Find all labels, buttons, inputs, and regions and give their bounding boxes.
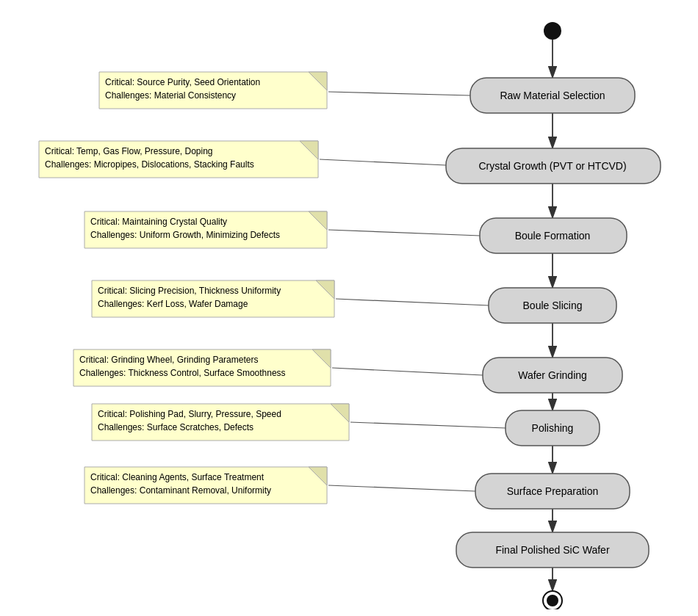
node-boule-slicing-label: Boule Slicing (523, 300, 583, 311)
connector-note-boule (328, 230, 480, 236)
note-boule-line1: Critical: Maintaining Crystal Quality (90, 217, 227, 227)
diagram-container: Raw Material Selection Crystal Growth (P… (18, 7, 680, 609)
note-surface-line2: Challenges: Contaminant Removal, Uniform… (90, 485, 271, 496)
connector-note-slicing (336, 299, 489, 305)
note-raw-line1: Critical: Source Purity, Seed Orientatio… (105, 77, 260, 87)
note-grinding-line2: Challenges: Thickness Control, Surface S… (79, 368, 286, 378)
note-polishing-line2: Challenges: Surface Scratches, Defects (98, 422, 253, 432)
node-surface-prep-label: Surface Preparation (507, 485, 599, 497)
note-slicing-line2: Challenges: Kerf Loss, Wafer Damage (98, 299, 248, 309)
connector-note-grinding (332, 368, 483, 375)
node-crystal-growth-label: Crystal Growth (PVT or HTCVD) (478, 160, 626, 172)
note-crystal-line1: Critical: Temp, Gas Flow, Pressure, Dopi… (45, 146, 213, 156)
node-polishing-label: Polishing (532, 422, 574, 434)
note-surface-line1: Critical: Cleaning Agents, Surface Treat… (90, 472, 265, 482)
note-crystal-line2: Challenges: Micropipes, Dislocations, St… (45, 159, 254, 170)
start-node (544, 22, 561, 40)
node-boule-formation-label: Boule Formation (515, 230, 591, 242)
connector-note-crystal (320, 159, 446, 165)
end-node-inner (547, 595, 558, 606)
node-raw-material-label: Raw Material Selection (500, 90, 605, 101)
note-boule-line2: Challenges: Uniform Growth, Minimizing D… (90, 230, 280, 240)
note-grinding-line1: Critical: Grinding Wheel, Grinding Param… (79, 355, 258, 365)
connector-note-polishing (350, 422, 505, 428)
note-raw-line2: Challenges: Material Consistency (105, 90, 236, 101)
connector-note-surface (328, 485, 475, 491)
note-slicing-line1: Critical: Slicing Precision, Thickness U… (98, 286, 281, 296)
connector-note-raw (328, 92, 470, 95)
note-polishing-line1: Critical: Polishing Pad, Slurry, Pressur… (98, 409, 281, 419)
node-final-wafer-label: Final Polished SiC Wafer (495, 544, 609, 556)
node-wafer-grinding-label: Wafer Grinding (518, 369, 587, 381)
